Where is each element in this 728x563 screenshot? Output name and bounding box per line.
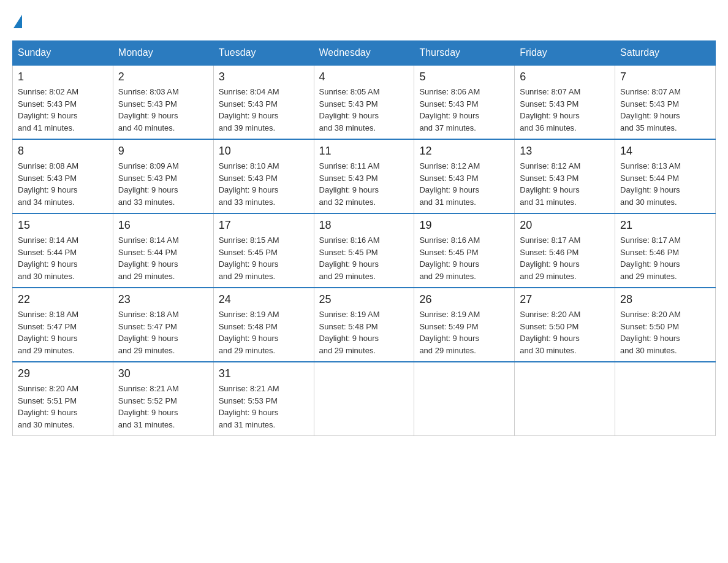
calendar-cell: 21 Sunrise: 8:17 AM Sunset: 5:46 PM Dayl… bbox=[615, 213, 716, 288]
calendar-week-row: 15 Sunrise: 8:14 AM Sunset: 5:44 PM Dayl… bbox=[13, 213, 716, 288]
col-header-saturday: Saturday bbox=[615, 41, 716, 66]
col-header-friday: Friday bbox=[515, 41, 615, 66]
col-header-sunday: Sunday bbox=[13, 41, 113, 66]
calendar-cell: 23 Sunrise: 8:18 AM Sunset: 5:47 PM Dayl… bbox=[113, 288, 213, 362]
day-number: 5 bbox=[419, 71, 509, 83]
day-number: 18 bbox=[319, 219, 409, 232]
col-header-monday: Monday bbox=[113, 41, 213, 66]
logo-triangle-icon bbox=[13, 15, 22, 28]
day-number: 26 bbox=[419, 293, 509, 306]
calendar-cell: 14 Sunrise: 8:13 AM Sunset: 5:44 PM Dayl… bbox=[615, 139, 716, 213]
calendar-week-row: 22 Sunrise: 8:18 AM Sunset: 5:47 PM Dayl… bbox=[13, 288, 716, 362]
day-number: 23 bbox=[118, 293, 208, 306]
day-info: Sunrise: 8:04 AM Sunset: 5:43 PM Dayligh… bbox=[219, 86, 309, 134]
calendar-table: SundayMondayTuesdayWednesdayThursdayFrid… bbox=[12, 40, 716, 436]
day-number: 21 bbox=[620, 219, 710, 232]
day-info: Sunrise: 8:14 AM Sunset: 5:44 PM Dayligh… bbox=[118, 234, 208, 282]
calendar-cell: 26 Sunrise: 8:19 AM Sunset: 5:49 PM Dayl… bbox=[414, 288, 515, 362]
day-info: Sunrise: 8:15 AM Sunset: 5:45 PM Dayligh… bbox=[219, 234, 309, 282]
day-info: Sunrise: 8:13 AM Sunset: 5:44 PM Dayligh… bbox=[620, 160, 710, 208]
page-header bbox=[12, 12, 716, 28]
day-number: 1 bbox=[18, 71, 108, 83]
day-info: Sunrise: 8:18 AM Sunset: 5:47 PM Dayligh… bbox=[18, 308, 108, 356]
calendar-cell: 25 Sunrise: 8:19 AM Sunset: 5:48 PM Dayl… bbox=[314, 288, 414, 362]
calendar-cell: 17 Sunrise: 8:15 AM Sunset: 5:45 PM Dayl… bbox=[213, 213, 314, 288]
day-info: Sunrise: 8:20 AM Sunset: 5:50 PM Dayligh… bbox=[620, 308, 710, 356]
day-info: Sunrise: 8:06 AM Sunset: 5:43 PM Dayligh… bbox=[419, 86, 509, 134]
day-info: Sunrise: 8:12 AM Sunset: 5:43 PM Dayligh… bbox=[419, 160, 509, 208]
day-info: Sunrise: 8:14 AM Sunset: 5:44 PM Dayligh… bbox=[18, 234, 108, 282]
calendar-cell: 29 Sunrise: 8:20 AM Sunset: 5:51 PM Dayl… bbox=[13, 362, 113, 436]
day-number: 22 bbox=[18, 293, 108, 306]
calendar-cell: 30 Sunrise: 8:21 AM Sunset: 5:52 PM Dayl… bbox=[113, 362, 213, 436]
day-info: Sunrise: 8:02 AM Sunset: 5:43 PM Dayligh… bbox=[18, 86, 108, 134]
calendar-cell: 9 Sunrise: 8:09 AM Sunset: 5:43 PM Dayli… bbox=[113, 139, 213, 213]
col-header-wednesday: Wednesday bbox=[314, 41, 414, 66]
day-number: 4 bbox=[319, 71, 409, 83]
day-info: Sunrise: 8:21 AM Sunset: 5:53 PM Dayligh… bbox=[219, 383, 309, 431]
calendar-cell: 1 Sunrise: 8:02 AM Sunset: 5:43 PM Dayli… bbox=[13, 65, 113, 139]
calendar-cell: 28 Sunrise: 8:20 AM Sunset: 5:50 PM Dayl… bbox=[615, 288, 716, 362]
calendar-week-row: 8 Sunrise: 8:08 AM Sunset: 5:43 PM Dayli… bbox=[13, 139, 716, 213]
day-number: 29 bbox=[18, 367, 108, 380]
day-info: Sunrise: 8:19 AM Sunset: 5:48 PM Dayligh… bbox=[219, 308, 309, 356]
day-info: Sunrise: 8:17 AM Sunset: 5:46 PM Dayligh… bbox=[620, 234, 710, 282]
calendar-cell: 15 Sunrise: 8:14 AM Sunset: 5:44 PM Dayl… bbox=[13, 213, 113, 288]
calendar-cell: 3 Sunrise: 8:04 AM Sunset: 5:43 PM Dayli… bbox=[213, 65, 314, 139]
day-number: 16 bbox=[118, 219, 208, 232]
day-info: Sunrise: 8:12 AM Sunset: 5:43 PM Dayligh… bbox=[520, 160, 610, 208]
calendar-cell: 8 Sunrise: 8:08 AM Sunset: 5:43 PM Dayli… bbox=[13, 139, 113, 213]
day-info: Sunrise: 8:09 AM Sunset: 5:43 PM Dayligh… bbox=[118, 160, 208, 208]
day-number: 11 bbox=[319, 145, 409, 158]
day-number: 19 bbox=[419, 219, 509, 232]
calendar-cell: 31 Sunrise: 8:21 AM Sunset: 5:53 PM Dayl… bbox=[213, 362, 314, 436]
day-info: Sunrise: 8:16 AM Sunset: 5:45 PM Dayligh… bbox=[419, 234, 509, 282]
calendar-cell bbox=[615, 362, 716, 436]
day-info: Sunrise: 8:16 AM Sunset: 5:45 PM Dayligh… bbox=[319, 234, 409, 282]
calendar-cell: 27 Sunrise: 8:20 AM Sunset: 5:50 PM Dayl… bbox=[515, 288, 615, 362]
calendar-cell bbox=[414, 362, 515, 436]
calendar-cell bbox=[314, 362, 414, 436]
day-info: Sunrise: 8:20 AM Sunset: 5:50 PM Dayligh… bbox=[520, 308, 610, 356]
day-number: 28 bbox=[620, 293, 710, 306]
day-number: 30 bbox=[118, 367, 208, 380]
calendar-cell: 6 Sunrise: 8:07 AM Sunset: 5:43 PM Dayli… bbox=[515, 65, 615, 139]
logo bbox=[12, 12, 22, 28]
calendar-cell: 19 Sunrise: 8:16 AM Sunset: 5:45 PM Dayl… bbox=[414, 213, 515, 288]
day-number: 9 bbox=[118, 145, 208, 158]
calendar-cell: 18 Sunrise: 8:16 AM Sunset: 5:45 PM Dayl… bbox=[314, 213, 414, 288]
calendar-cell: 13 Sunrise: 8:12 AM Sunset: 5:43 PM Dayl… bbox=[515, 139, 615, 213]
day-number: 14 bbox=[620, 145, 710, 158]
calendar-cell: 4 Sunrise: 8:05 AM Sunset: 5:43 PM Dayli… bbox=[314, 65, 414, 139]
day-number: 6 bbox=[520, 71, 610, 83]
day-info: Sunrise: 8:18 AM Sunset: 5:47 PM Dayligh… bbox=[118, 308, 208, 356]
day-info: Sunrise: 8:19 AM Sunset: 5:48 PM Dayligh… bbox=[319, 308, 409, 356]
calendar-header-row: SundayMondayTuesdayWednesdayThursdayFrid… bbox=[13, 41, 716, 66]
day-number: 13 bbox=[520, 145, 610, 158]
col-header-thursday: Thursday bbox=[414, 41, 515, 66]
day-info: Sunrise: 8:07 AM Sunset: 5:43 PM Dayligh… bbox=[520, 86, 610, 134]
day-number: 27 bbox=[520, 293, 610, 306]
calendar-cell: 22 Sunrise: 8:18 AM Sunset: 5:47 PM Dayl… bbox=[13, 288, 113, 362]
day-info: Sunrise: 8:20 AM Sunset: 5:51 PM Dayligh… bbox=[18, 383, 108, 431]
day-number: 24 bbox=[219, 293, 309, 306]
calendar-cell: 10 Sunrise: 8:10 AM Sunset: 5:43 PM Dayl… bbox=[213, 139, 314, 213]
calendar-week-row: 1 Sunrise: 8:02 AM Sunset: 5:43 PM Dayli… bbox=[13, 65, 716, 139]
calendar-cell: 12 Sunrise: 8:12 AM Sunset: 5:43 PM Dayl… bbox=[414, 139, 515, 213]
day-number: 15 bbox=[18, 219, 108, 232]
calendar-cell: 16 Sunrise: 8:14 AM Sunset: 5:44 PM Dayl… bbox=[113, 213, 213, 288]
day-number: 7 bbox=[620, 71, 710, 83]
day-info: Sunrise: 8:03 AM Sunset: 5:43 PM Dayligh… bbox=[118, 86, 208, 134]
day-info: Sunrise: 8:19 AM Sunset: 5:49 PM Dayligh… bbox=[419, 308, 509, 356]
calendar-cell: 7 Sunrise: 8:07 AM Sunset: 5:43 PM Dayli… bbox=[615, 65, 716, 139]
day-number: 20 bbox=[520, 219, 610, 232]
day-info: Sunrise: 8:10 AM Sunset: 5:43 PM Dayligh… bbox=[219, 160, 309, 208]
calendar-cell: 5 Sunrise: 8:06 AM Sunset: 5:43 PM Dayli… bbox=[414, 65, 515, 139]
calendar-cell: 2 Sunrise: 8:03 AM Sunset: 5:43 PM Dayli… bbox=[113, 65, 213, 139]
day-number: 31 bbox=[219, 367, 309, 380]
day-number: 8 bbox=[18, 145, 108, 158]
day-number: 10 bbox=[219, 145, 309, 158]
day-number: 2 bbox=[118, 71, 208, 83]
day-info: Sunrise: 8:08 AM Sunset: 5:43 PM Dayligh… bbox=[18, 160, 108, 208]
day-number: 3 bbox=[219, 71, 309, 83]
